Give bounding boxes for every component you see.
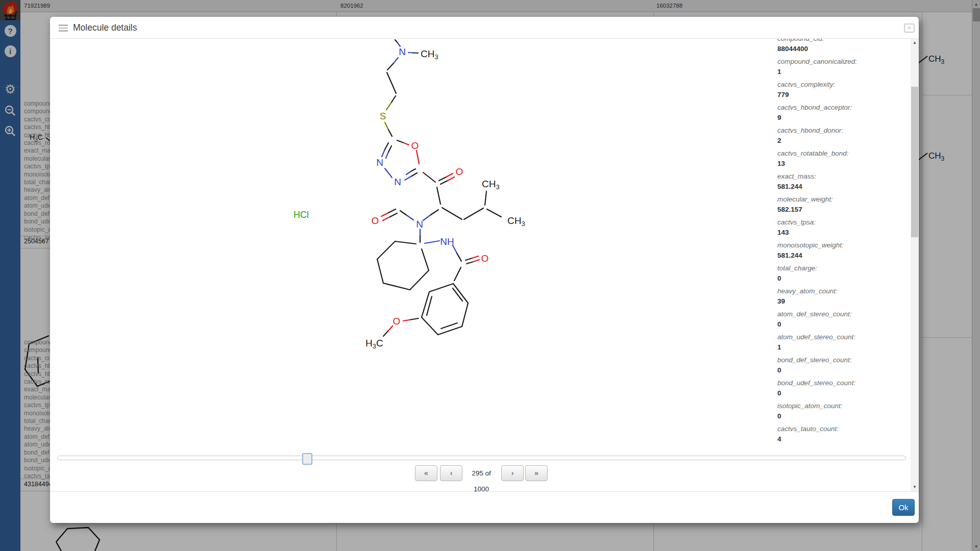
dialog-header: Molecule details ✕ [50, 17, 919, 39]
ok-button[interactable]: Ok [892, 499, 915, 516]
detail-value: 582.157 [777, 205, 911, 214]
detail-value: 0 [777, 319, 911, 329]
detail-value: 0 [777, 365, 911, 375]
detail-value: 4 [777, 434, 911, 444]
scroll-down-icon[interactable]: ▼ [911, 483, 919, 491]
detail-item: compound_canonicalized:1 [777, 57, 911, 77]
detail-item: heavy_atom_count:39 [777, 286, 911, 306]
atom-label: N [376, 157, 383, 168]
detail-value: 39 [777, 296, 911, 306]
detail-item: molecular_weight:582.157 [777, 194, 911, 214]
detail-item: bond_def_stereo_count:0 [777, 355, 911, 375]
dialog-footer: Ok [50, 491, 919, 523]
detail-value: 779 [777, 90, 911, 99]
detail-item: monoisotopic_weight:581.244 [777, 240, 911, 260]
salt-label: HCl [293, 210, 309, 220]
detail-label: cactvs_rotatable_bond: [777, 148, 911, 159]
detail-value: 1 [777, 342, 911, 352]
first-page-button[interactable]: « [415, 465, 437, 481]
detail-value: 0 [777, 411, 911, 421]
molecule-slider-track[interactable] [57, 456, 906, 460]
detail-item: atom_def_stereo_count:0 [777, 309, 911, 329]
detail-item: total_charge:0 [777, 263, 911, 283]
detail-label: isotopic_atom_count: [777, 401, 911, 411]
detail-value: 581.244 [777, 182, 911, 191]
detail-label: compound_cid: [777, 39, 911, 44]
atom-label: CH3 [421, 48, 438, 61]
detail-label: cactvs_tauto_count: [777, 424, 911, 434]
detail-item: isotopic_atom_count:0 [777, 401, 911, 421]
detail-label: atom_udef_stereo_count: [777, 332, 911, 342]
detail-label: total_charge: [777, 263, 911, 273]
atom-label: CH3 [507, 215, 525, 228]
detail-value: 0 [777, 273, 911, 283]
detail-value: 0 [777, 388, 911, 398]
detail-label: bond_def_stereo_count: [777, 355, 911, 365]
detail-item: cactvs_hbond_acceptor:9 [777, 103, 911, 122]
detail-label: heavy_atom_count: [777, 286, 911, 296]
atom-label: O [393, 316, 401, 327]
molecule-details-dialog: Molecule details ✕ [50, 17, 919, 523]
details-panel: compound_cid:88044400compound_canonicali… [775, 39, 911, 491]
detail-label: cactvs_hbond_donor: [777, 126, 911, 136]
detail-item: cactvs_complexity:779 [777, 80, 911, 99]
detail-item: atom_udef_stereo_count:1 [777, 332, 911, 352]
prev-page-button[interactable]: ‹ [440, 465, 462, 481]
next-page-button[interactable]: › [501, 465, 524, 481]
detail-item: cactvs_rotatable_bond:13 [777, 148, 911, 168]
atom-label: CH3 [482, 179, 500, 191]
detail-item: cactvs_tpsa:143 [777, 217, 911, 237]
atom-label: O [411, 140, 419, 151]
atom-label: N [394, 177, 401, 187]
atom-label: N [399, 46, 406, 57]
details-scrollbar-thumb[interactable] [911, 87, 918, 237]
detail-label: bond_udef_stereo_count: [777, 378, 911, 388]
atom-label: O [481, 253, 489, 264]
last-page-button[interactable]: » [525, 465, 548, 481]
detail-value: 581.244 [777, 251, 911, 260]
app-root: ? i ⚙ 71921989 8201962 16032788 compound… [0, 0, 980, 551]
detail-item: exact_mass:581.244 [777, 171, 911, 191]
detail-value: 1 [777, 67, 911, 77]
atom-label: O [372, 215, 379, 226]
detail-label: exact_mass: [777, 171, 911, 182]
detail-label: cactvs_complexity: [777, 80, 911, 90]
detail-label: atom_def_stereo_count: [777, 309, 911, 319]
detail-label: compound_canonicalized: [777, 57, 911, 67]
atom-label: H3C [365, 338, 383, 350]
detail-item: compound_cid:88044400 [777, 39, 911, 54]
atom-label: S [380, 111, 386, 121]
detail-value: 143 [777, 228, 911, 237]
close-icon[interactable]: ✕ [904, 23, 915, 33]
details-scrollbar[interactable]: ▲ ▼ [911, 39, 919, 491]
dialog-title: Molecule details [73, 17, 137, 39]
detail-item: bond_udef_stereo_count:0 [777, 378, 911, 398]
scroll-up-icon[interactable]: ▲ [911, 39, 919, 47]
atom-label: NH [440, 236, 454, 247]
detail-label: monoisotopic_weight: [777, 240, 911, 251]
menu-hamburger-icon[interactable] [59, 24, 68, 33]
detail-value: 2 [777, 136, 911, 145]
detail-label: cactvs_tpsa: [777, 217, 911, 228]
molecule-slider-handle[interactable] [302, 453, 312, 465]
details-list: compound_cid:88044400compound_canonicali… [775, 39, 911, 444]
detail-label: cactvs_hbond_acceptor: [777, 103, 911, 113]
detail-item: cactvs_hbond_donor:2 [777, 126, 911, 145]
molecule-structure: N CH3 S O N N O CH3 CH3 O N NH O O H3C H… [50, 39, 775, 491]
atom-label: N [416, 219, 423, 230]
atom-label: O [456, 166, 463, 177]
detail-value: 88044400 [777, 44, 911, 54]
detail-item: cactvs_tauto_count:4 [777, 424, 911, 444]
detail-value: 13 [777, 159, 911, 168]
detail-label: molecular_weight: [777, 194, 911, 205]
detail-value: 9 [777, 113, 911, 122]
